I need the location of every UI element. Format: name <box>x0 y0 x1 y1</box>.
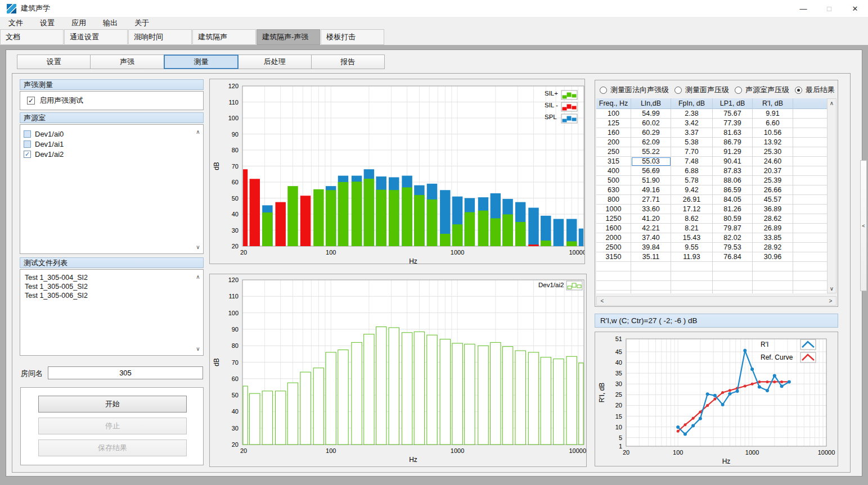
table-cell[interactable]: 88.06 <box>713 176 753 185</box>
table-header-cell[interactable]: FpIn, dB <box>671 98 713 109</box>
table-cell[interactable]: 90.41 <box>713 157 753 166</box>
table-cell[interactable]: 26.89 <box>753 224 793 233</box>
table-cell[interactable] <box>713 291 753 293</box>
table-cell[interactable]: 51.90 <box>631 176 671 185</box>
subtab-report[interactable]: 报告 <box>312 55 384 69</box>
table-cell[interactable] <box>713 281 753 291</box>
table-cell[interactable] <box>671 281 713 291</box>
table-cell[interactable]: 26.66 <box>753 185 793 195</box>
table-hscrollbar[interactable]: < > <box>596 296 836 306</box>
maximize-button[interactable]: □ <box>816 0 842 17</box>
table-cell[interactable]: 27.71 <box>631 195 671 205</box>
table-cell[interactable]: 2000 <box>596 233 631 243</box>
table-cell[interactable]: 28.62 <box>753 214 793 224</box>
table-cell[interactable]: 8.21 <box>671 224 713 233</box>
result-view-radio[interactable]: 测量面声压级 <box>674 85 729 95</box>
table-cell[interactable]: 42.21 <box>631 224 671 233</box>
table-cell[interactable]: 25.39 <box>753 176 793 185</box>
table-cell[interactable] <box>753 281 793 291</box>
table-cell[interactable]: 315 <box>596 157 631 166</box>
table-cell[interactable]: 26.91 <box>671 195 713 205</box>
tab-document[interactable]: 文档 <box>0 29 64 45</box>
table-cell[interactable] <box>753 271 793 281</box>
table-cell[interactable]: 500 <box>596 176 631 185</box>
channel-item[interactable]: Dev1/ai0 <box>20 129 203 139</box>
table-cell[interactable]: 160 <box>596 128 631 138</box>
table-cell[interactable] <box>793 233 828 243</box>
table-cell[interactable] <box>631 281 671 291</box>
table-cell[interactable]: 9.91 <box>753 109 793 119</box>
table-cell[interactable]: 60.29 <box>631 128 671 138</box>
close-button[interactable]: ✕ <box>842 0 868 17</box>
table-cell[interactable]: 49.16 <box>631 185 671 195</box>
table-cell[interactable]: 25.30 <box>753 147 793 157</box>
table-cell[interactable]: 86.59 <box>713 185 753 195</box>
test-file-item[interactable]: Test 1_305-004_SI2 <box>20 273 203 282</box>
table-cell[interactable]: 13.92 <box>753 138 793 147</box>
table-cell[interactable]: 54.99 <box>631 109 671 119</box>
table-cell[interactable]: 84.05 <box>713 195 753 205</box>
table-cell[interactable]: 36.89 <box>753 205 793 214</box>
result-view-radio[interactable]: 最后结果 <box>795 85 835 95</box>
table-cell[interactable]: 11.93 <box>671 252 713 262</box>
table-cell[interactable]: 79.87 <box>713 224 753 233</box>
table-cell[interactable]: 400 <box>596 166 631 176</box>
table-cell[interactable]: 630 <box>596 185 631 195</box>
table-cell[interactable] <box>793 147 828 157</box>
table-cell[interactable]: 3.37 <box>671 128 713 138</box>
channel-checkbox[interactable] <box>24 140 31 148</box>
table-cell[interactable] <box>793 109 828 119</box>
table-header-cell[interactable]: R'I, dB <box>753 98 793 109</box>
radio-icon[interactable] <box>674 87 682 94</box>
channel-item[interactable]: Dev1/ai1 <box>20 139 203 149</box>
table-vscrollbar[interactable]: ∧ ∨ <box>827 98 836 293</box>
table-cell[interactable]: 6.88 <box>671 166 713 176</box>
table-cell[interactable]: 55.03 <box>631 157 671 166</box>
table-cell[interactable]: 41.20 <box>631 214 671 224</box>
table-cell[interactable]: 15.43 <box>671 233 713 243</box>
table-cell[interactable]: 33.85 <box>753 233 793 243</box>
table-cell[interactable] <box>671 262 713 271</box>
table-cell[interactable] <box>793 205 828 214</box>
table-cell[interactable]: 80.59 <box>713 214 753 224</box>
collapse-sidebar-handle[interactable]: < <box>860 160 867 291</box>
table-cell[interactable] <box>631 291 671 293</box>
table-cell[interactable]: 86.79 <box>713 138 753 147</box>
table-cell[interactable] <box>793 224 828 233</box>
minimize-button[interactable]: — <box>790 0 816 17</box>
table-cell[interactable]: 37.40 <box>631 233 671 243</box>
test-file-item[interactable]: Test 1_305-005_SI2 <box>20 282 203 291</box>
table-cell[interactable]: 7.48 <box>671 157 713 166</box>
radio-icon[interactable] <box>795 87 802 94</box>
table-cell[interactable] <box>793 166 828 176</box>
table-cell[interactable] <box>793 262 828 271</box>
table-cell[interactable]: 3150 <box>596 252 631 262</box>
table-cell[interactable] <box>596 262 631 271</box>
table-cell[interactable]: 6.60 <box>753 119 793 128</box>
subtab-intensity[interactable]: 声强 <box>91 55 164 69</box>
start-button[interactable]: 开始 <box>38 396 187 413</box>
room-name-input[interactable] <box>48 366 203 379</box>
table-cell[interactable] <box>596 281 631 291</box>
table-cell[interactable]: 62.09 <box>631 138 671 147</box>
table-cell[interactable] <box>793 119 828 128</box>
channel-item[interactable]: ✓Dev1/ai2 <box>20 149 203 159</box>
table-cell[interactable] <box>671 291 713 293</box>
table-cell[interactable] <box>793 252 828 262</box>
table-cell[interactable]: 91.29 <box>713 147 753 157</box>
table-cell[interactable] <box>793 281 828 291</box>
table-cell[interactable]: 200 <box>596 138 631 147</box>
scroll-down-icon[interactable]: ∨ <box>194 345 202 352</box>
table-cell[interactable]: 125 <box>596 119 631 128</box>
menu-settings[interactable]: 设置 <box>32 17 63 29</box>
result-view-radio[interactable]: 声源室声压级 <box>735 85 789 95</box>
table-cell[interactable]: 20.37 <box>753 166 793 176</box>
table-cell[interactable] <box>596 291 631 293</box>
tab-channel-setup[interactable]: 通道设置 <box>64 29 128 45</box>
table-cell[interactable] <box>793 185 828 195</box>
table-header-cell[interactable]: LIn,dB <box>631 98 671 109</box>
table-cell[interactable] <box>631 271 671 281</box>
tab-reverberation-time[interactable]: 混响时间 <box>128 29 192 45</box>
table-cell[interactable]: 2.38 <box>671 109 713 119</box>
table-cell[interactable]: 28.92 <box>753 243 793 252</box>
